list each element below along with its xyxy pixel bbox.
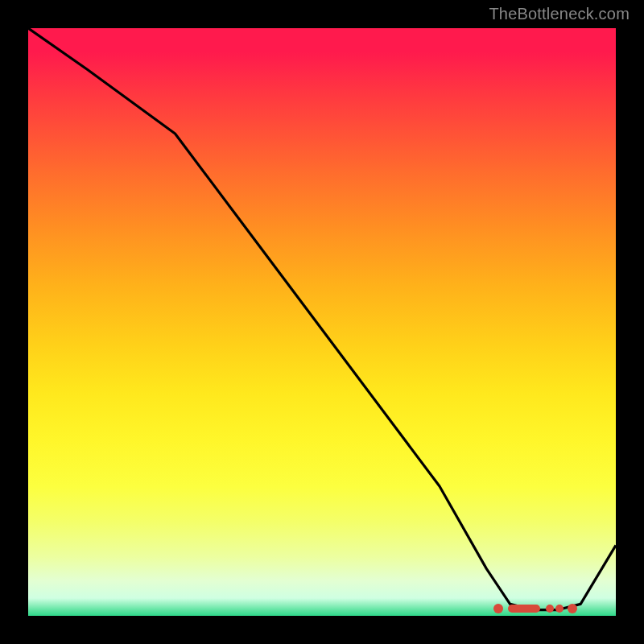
- chart-container: TheBottleneck.com: [0, 0, 644, 644]
- frame-border: [0, 0, 28, 644]
- watermark-text: TheBottleneck.com: [489, 5, 630, 23]
- gradient-plot-area: [28, 28, 616, 616]
- frame-border: [0, 616, 644, 644]
- frame-border: [616, 0, 644, 644]
